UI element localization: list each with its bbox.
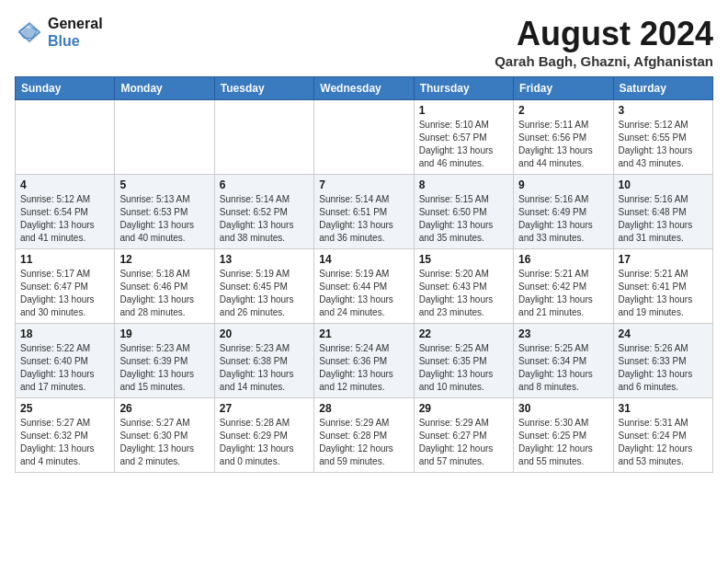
day-info: Sunrise: 5:27 AM Sunset: 6:30 PM Dayligh… [119, 417, 209, 468]
calendar-cell: 15Sunrise: 5:20 AM Sunset: 6:43 PM Dayli… [414, 249, 513, 324]
day-number: 4 [20, 178, 109, 191]
day-number: 12 [119, 253, 209, 266]
day-number: 18 [20, 327, 109, 340]
day-number: 25 [20, 402, 109, 415]
day-number: 8 [419, 178, 508, 191]
day-number: 20 [220, 327, 309, 340]
calendar-cell: 29Sunrise: 5:29 AM Sunset: 6:27 PM Dayli… [414, 398, 513, 473]
calendar-week-5: 25Sunrise: 5:27 AM Sunset: 6:32 PM Dayli… [16, 398, 713, 473]
day-info: Sunrise: 5:16 AM Sunset: 6:49 PM Dayligh… [518, 193, 608, 245]
day-number: 16 [518, 253, 608, 266]
calendar-cell: 23Sunrise: 5:25 AM Sunset: 6:34 PM Dayli… [514, 324, 613, 398]
calendar-cell: 25Sunrise: 5:27 AM Sunset: 6:32 PM Dayli… [16, 398, 115, 473]
calendar-cell: 19Sunrise: 5:23 AM Sunset: 6:39 PM Dayli… [115, 324, 214, 398]
day-number: 13 [220, 253, 309, 266]
calendar-week-3: 11Sunrise: 5:17 AM Sunset: 6:47 PM Dayli… [16, 249, 713, 324]
day-number: 2 [518, 104, 608, 117]
day-info: Sunrise: 5:27 AM Sunset: 6:32 PM Dayligh… [20, 417, 109, 468]
logo-text: General Blue [48, 15, 103, 50]
day-number: 23 [518, 327, 608, 340]
header: General Blue August 2024 Qarah Bagh, Gha… [15, 15, 713, 69]
day-info: Sunrise: 5:20 AM Sunset: 6:43 PM Dayligh… [419, 268, 508, 319]
day-number: 6 [220, 178, 309, 191]
day-info: Sunrise: 5:11 AM Sunset: 6:56 PM Dayligh… [518, 119, 608, 170]
calendar-cell: 5Sunrise: 5:13 AM Sunset: 6:53 PM Daylig… [115, 175, 214, 249]
day-info: Sunrise: 5:16 AM Sunset: 6:48 PM Dayligh… [619, 193, 708, 245]
day-info: Sunrise: 5:28 AM Sunset: 6:29 PM Dayligh… [220, 417, 309, 468]
calendar-cell: 28Sunrise: 5:29 AM Sunset: 6:28 PM Dayli… [314, 398, 414, 473]
day-number: 10 [619, 178, 708, 191]
day-number: 17 [619, 253, 708, 266]
day-number: 21 [319, 327, 408, 340]
calendar-table: SundayMondayTuesdayWednesdayThursdayFrid… [15, 76, 713, 473]
day-number: 9 [518, 178, 608, 191]
day-info: Sunrise: 5:25 AM Sunset: 6:35 PM Dayligh… [419, 342, 508, 394]
day-header-tuesday: Tuesday [214, 77, 313, 100]
day-number: 27 [220, 402, 309, 415]
calendar-cell: 20Sunrise: 5:23 AM Sunset: 6:38 PM Dayli… [214, 324, 313, 398]
calendar-week-4: 18Sunrise: 5:22 AM Sunset: 6:40 PM Dayli… [16, 324, 713, 398]
calendar-cell [16, 100, 115, 175]
day-number: 14 [319, 253, 408, 266]
day-number: 30 [518, 402, 608, 415]
day-number: 24 [619, 327, 708, 340]
day-header-sunday: Sunday [16, 77, 115, 100]
day-info: Sunrise: 5:22 AM Sunset: 6:40 PM Dayligh… [20, 342, 109, 394]
day-number: 19 [119, 327, 209, 340]
day-header-thursday: Thursday [414, 77, 513, 100]
day-info: Sunrise: 5:26 AM Sunset: 6:33 PM Dayligh… [619, 342, 708, 394]
day-info: Sunrise: 5:10 AM Sunset: 6:57 PM Dayligh… [419, 119, 508, 170]
day-number: 11 [20, 253, 109, 266]
calendar-week-1: 1Sunrise: 5:10 AM Sunset: 6:57 PM Daylig… [16, 100, 713, 175]
calendar-cell: 3Sunrise: 5:12 AM Sunset: 6:55 PM Daylig… [613, 100, 712, 175]
calendar-cell: 18Sunrise: 5:22 AM Sunset: 6:40 PM Dayli… [16, 324, 115, 398]
calendar-cell: 31Sunrise: 5:31 AM Sunset: 6:24 PM Dayli… [613, 398, 712, 473]
calendar-week-2: 4Sunrise: 5:12 AM Sunset: 6:54 PM Daylig… [16, 175, 713, 249]
day-number: 15 [419, 253, 508, 266]
calendar-cell: 27Sunrise: 5:28 AM Sunset: 6:29 PM Dayli… [214, 398, 313, 473]
calendar-cell [314, 100, 414, 175]
day-header-monday: Monday [115, 77, 214, 100]
day-info: Sunrise: 5:19 AM Sunset: 6:45 PM Dayligh… [220, 268, 309, 319]
day-info: Sunrise: 5:13 AM Sunset: 6:53 PM Dayligh… [119, 193, 209, 245]
calendar-cell: 16Sunrise: 5:21 AM Sunset: 6:42 PM Dayli… [514, 249, 613, 324]
calendar-cell: 1Sunrise: 5:10 AM Sunset: 6:57 PM Daylig… [414, 100, 513, 175]
day-info: Sunrise: 5:23 AM Sunset: 6:39 PM Dayligh… [119, 342, 209, 394]
day-info: Sunrise: 5:25 AM Sunset: 6:34 PM Dayligh… [518, 342, 608, 394]
calendar-cell: 13Sunrise: 5:19 AM Sunset: 6:45 PM Dayli… [214, 249, 313, 324]
calendar-cell: 12Sunrise: 5:18 AM Sunset: 6:46 PM Dayli… [115, 249, 214, 324]
logo-icon [15, 17, 44, 47]
title-area: August 2024 Qarah Bagh, Ghazni, Afghanis… [495, 15, 713, 69]
day-info: Sunrise: 5:14 AM Sunset: 6:51 PM Dayligh… [319, 193, 408, 245]
calendar-cell: 17Sunrise: 5:21 AM Sunset: 6:41 PM Dayli… [613, 249, 712, 324]
calendar-cell: 6Sunrise: 5:14 AM Sunset: 6:52 PM Daylig… [214, 175, 313, 249]
day-number: 1 [419, 104, 508, 117]
day-number: 29 [419, 402, 508, 415]
calendar-cell: 22Sunrise: 5:25 AM Sunset: 6:35 PM Dayli… [414, 324, 513, 398]
logo: General Blue [15, 15, 103, 50]
day-info: Sunrise: 5:29 AM Sunset: 6:28 PM Dayligh… [319, 417, 408, 468]
day-info: Sunrise: 5:15 AM Sunset: 6:50 PM Dayligh… [419, 193, 508, 245]
day-info: Sunrise: 5:12 AM Sunset: 6:54 PM Dayligh… [20, 193, 109, 245]
day-number: 3 [619, 104, 708, 117]
calendar-cell [214, 100, 313, 175]
calendar-cell: 21Sunrise: 5:24 AM Sunset: 6:36 PM Dayli… [314, 324, 414, 398]
calendar-cell: 11Sunrise: 5:17 AM Sunset: 6:47 PM Dayli… [16, 249, 115, 324]
calendar-header-row: SundayMondayTuesdayWednesdayThursdayFrid… [16, 77, 713, 100]
calendar-cell: 10Sunrise: 5:16 AM Sunset: 6:48 PM Dayli… [613, 175, 712, 249]
calendar-cell [115, 100, 214, 175]
day-info: Sunrise: 5:17 AM Sunset: 6:47 PM Dayligh… [20, 268, 109, 319]
calendar-cell: 24Sunrise: 5:26 AM Sunset: 6:33 PM Dayli… [613, 324, 712, 398]
day-info: Sunrise: 5:19 AM Sunset: 6:44 PM Dayligh… [319, 268, 408, 319]
day-info: Sunrise: 5:31 AM Sunset: 6:24 PM Dayligh… [619, 417, 708, 468]
day-header-wednesday: Wednesday [314, 77, 414, 100]
day-info: Sunrise: 5:29 AM Sunset: 6:27 PM Dayligh… [419, 417, 508, 468]
day-info: Sunrise: 5:23 AM Sunset: 6:38 PM Dayligh… [220, 342, 309, 394]
calendar-cell: 7Sunrise: 5:14 AM Sunset: 6:51 PM Daylig… [314, 175, 414, 249]
day-header-friday: Friday [514, 77, 613, 100]
calendar-cell: 14Sunrise: 5:19 AM Sunset: 6:44 PM Dayli… [314, 249, 414, 324]
day-number: 31 [619, 402, 708, 415]
main-title: August 2024 [495, 15, 713, 53]
day-info: Sunrise: 5:30 AM Sunset: 6:25 PM Dayligh… [518, 417, 608, 468]
calendar-cell: 30Sunrise: 5:30 AM Sunset: 6:25 PM Dayli… [514, 398, 613, 473]
